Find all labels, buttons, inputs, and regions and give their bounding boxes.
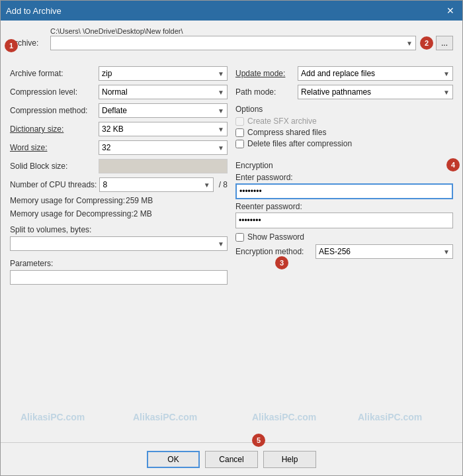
enc-method-select[interactable]: AES-256 ZipCrypto bbox=[316, 247, 452, 256]
mem-compress-value: 259 MB bbox=[126, 196, 153, 205]
options-title: Options bbox=[235, 105, 453, 114]
badge-5: 5 bbox=[252, 434, 265, 447]
path-mode-select-wrap[interactable]: Relative pathnames Full pathnames No pat… bbox=[298, 85, 453, 99]
compression-method-select[interactable]: Deflate Store bbox=[99, 106, 227, 115]
compression-method-row: Compression method: Deflate Store ▼ bbox=[10, 103, 228, 118]
archive-name-input[interactable]: Important.zip bbox=[54, 38, 413, 48]
close-button[interactable]: ✕ bbox=[444, 4, 457, 17]
create-sfx-checkbox[interactable] bbox=[235, 117, 244, 126]
delete-files-checkbox[interactable] bbox=[235, 140, 244, 148]
right-column: Update mode: Add and replace files Updat… bbox=[235, 66, 453, 436]
archive-format-row: Archive format: zip 7z tar ▼ bbox=[10, 66, 228, 81]
archive-section: 1 C:\Users\ \OneDrive\Desktop\New folder… bbox=[10, 27, 453, 56]
archive-name-combo[interactable]: Important.zip ▼ bbox=[50, 36, 416, 50]
split-select[interactable]: 1457664 - 3.5" FAT 650000000 - CD 650 MB bbox=[11, 239, 227, 248]
badge-3: 3 bbox=[275, 256, 288, 269]
solid-block-label: Solid Block size: bbox=[10, 162, 96, 171]
ok-button[interactable]: OK bbox=[147, 451, 200, 468]
path-mode-label: Path mode: bbox=[235, 87, 295, 97]
dictionary-size-select-wrap[interactable]: 32 KB 64 KB ▼ bbox=[99, 122, 228, 136]
archive-row: Archive: Important.zip ▼ 2 ... bbox=[10, 36, 453, 50]
footer: 5 OK Cancel Help bbox=[1, 442, 462, 475]
mem-compress-label: Memory usage for Compressing: bbox=[10, 196, 126, 205]
main-content: 1 C:\Users\ \OneDrive\Desktop\New folder… bbox=[1, 21, 462, 442]
enc-method-row: 3 Encryption method: AES-256 ZipCrypto ▼ bbox=[235, 244, 453, 259]
dictionary-size-row: Dictionary size: 32 KB 64 KB ▼ bbox=[10, 122, 228, 136]
solid-block-field bbox=[99, 159, 228, 173]
update-mode-row: Update mode: Add and replace files Updat… bbox=[235, 66, 453, 81]
path-mode-select[interactable]: Relative pathnames Full pathnames No pat… bbox=[298, 87, 452, 97]
badge-1: 1 bbox=[5, 39, 18, 52]
mem-decompress-value: 2 MB bbox=[134, 209, 152, 218]
mem-decompress-label: Memory usage for Decompressing: bbox=[10, 209, 134, 218]
show-password-checkbox[interactable] bbox=[235, 233, 244, 242]
badge-2: 2 bbox=[420, 36, 433, 50]
compression-method-label: Compression method: bbox=[10, 106, 96, 115]
enc-method-label: Encryption method: bbox=[235, 247, 312, 256]
create-sfx-row: Create SFX archive bbox=[235, 117, 453, 126]
create-sfx-label: Create SFX archive bbox=[247, 117, 317, 126]
compress-shared-label: Compress shared files bbox=[247, 128, 326, 137]
dictionary-size-label: Dictionary size: bbox=[10, 124, 96, 134]
word-size-select-wrap[interactable]: 32 64 128 ▼ bbox=[99, 140, 228, 155]
cpu-slash-value: / 8 bbox=[219, 180, 228, 189]
cpu-threads-row: Number of CPU threads: 8 4 16 ▼ / 8 bbox=[10, 177, 228, 192]
delete-files-row: Delete files after compression bbox=[235, 139, 453, 148]
solid-block-row: Solid Block size: bbox=[10, 159, 228, 173]
window-title: Add to Archive bbox=[6, 6, 62, 16]
compression-level-label: Compression level: bbox=[10, 87, 96, 97]
word-size-row: Word size: 32 64 128 ▼ bbox=[10, 140, 228, 155]
split-select-wrap[interactable]: 1457664 - 3.5" FAT 650000000 - CD 650 MB… bbox=[10, 236, 228, 251]
cpu-threads-label: Number of CPU threads: bbox=[10, 180, 97, 189]
update-mode-select-wrap[interactable]: Add and replace files Update and add fil… bbox=[298, 66, 453, 81]
enc-method-select-wrap[interactable]: AES-256 ZipCrypto ▼ bbox=[316, 244, 453, 259]
show-password-label: Show Password bbox=[247, 232, 304, 242]
reenter-password-label: Reenter password: bbox=[235, 202, 453, 211]
word-size-select[interactable]: 32 64 128 bbox=[99, 143, 227, 152]
options-section: Options Create SFX archive Compress shar… bbox=[235, 105, 453, 150]
mem-decompress-row: Memory usage for Decompressing: 2 MB bbox=[10, 209, 228, 218]
params-label: Parameters: bbox=[10, 259, 228, 268]
compression-level-row: Compression level: Normal Store Fast Max… bbox=[10, 85, 228, 99]
word-size-label: Word size: bbox=[10, 143, 96, 152]
split-label: Split to volumes, bytes: bbox=[10, 225, 228, 234]
archive-combo-arrow-icon: ▼ bbox=[406, 40, 413, 47]
compress-shared-row: Compress shared files bbox=[235, 128, 453, 137]
params-section: Parameters: bbox=[10, 259, 228, 285]
path-mode-row: Path mode: Relative pathnames Full pathn… bbox=[235, 85, 453, 99]
help-button[interactable]: Help bbox=[263, 451, 316, 468]
cpu-threads-select-wrap[interactable]: 8 4 16 ▼ bbox=[99, 177, 213, 192]
compression-method-select-wrap[interactable]: Deflate Store ▼ bbox=[99, 103, 228, 118]
compress-shared-checkbox[interactable] bbox=[235, 128, 244, 137]
left-column: Archive format: zip 7z tar ▼ Compression… bbox=[10, 66, 228, 436]
browse-button[interactable]: ... bbox=[436, 36, 453, 50]
archive-path: C:\Users\ \OneDrive\Desktop\New folder\ bbox=[50, 27, 453, 35]
enter-password-label: Enter password: bbox=[235, 173, 453, 182]
compression-level-select[interactable]: Normal Store Fast Maximum bbox=[99, 87, 227, 97]
mem-compress-row: Memory usage for Compressing: 259 MB bbox=[10, 196, 228, 205]
encryption-section: 4 Encryption Enter password: Reenter pas… bbox=[235, 161, 453, 259]
compression-level-select-wrap[interactable]: Normal Store Fast Maximum ▼ bbox=[99, 85, 228, 99]
add-to-archive-window: Add to Archive ✕ 1 C:\Users\ \OneDrive\D… bbox=[0, 0, 463, 476]
badge-4: 4 bbox=[446, 158, 460, 171]
title-bar: Add to Archive ✕ bbox=[1, 1, 462, 21]
enter-password-input[interactable] bbox=[235, 183, 453, 199]
show-password-row: Show Password bbox=[235, 232, 453, 242]
params-input[interactable] bbox=[10, 270, 228, 285]
cpu-threads-select[interactable]: 8 4 16 bbox=[100, 180, 212, 189]
archive-format-select-wrap[interactable]: zip 7z tar ▼ bbox=[99, 66, 228, 81]
cancel-button[interactable]: Cancel bbox=[205, 451, 258, 468]
encryption-title: Encryption bbox=[235, 161, 453, 170]
dictionary-size-select[interactable]: 32 KB 64 KB bbox=[99, 124, 227, 134]
reenter-password-input[interactable] bbox=[235, 213, 453, 228]
archive-format-label: Archive format: bbox=[10, 69, 96, 78]
main-columns: Archive format: zip 7z tar ▼ Compression… bbox=[10, 66, 453, 436]
archive-format-select[interactable]: zip 7z tar bbox=[99, 69, 227, 78]
delete-files-label: Delete files after compression bbox=[247, 139, 352, 148]
update-mode-select[interactable]: Add and replace files Update and add fil… bbox=[298, 69, 452, 78]
split-section: Split to volumes, bytes: 1457664 - 3.5" … bbox=[10, 225, 228, 251]
update-mode-label: Update mode: bbox=[235, 69, 295, 78]
